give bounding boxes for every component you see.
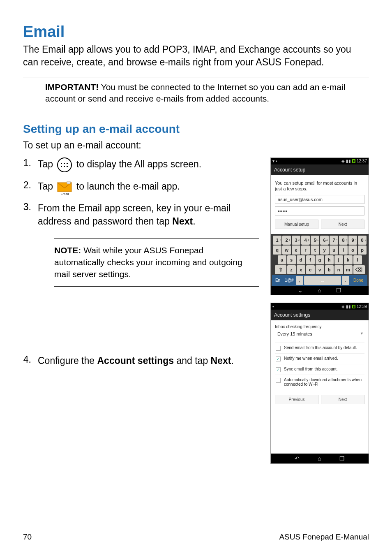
nav-bar: ⌄ ⌂ ❐	[271, 286, 369, 295]
email-icon-label: Email	[60, 192, 69, 196]
key-8[interactable]: 8(	[339, 236, 348, 245]
svg-rect-0	[61, 163, 62, 164]
shift-key[interactable]: ⇧	[275, 265, 286, 274]
svg-rect-7	[67, 181, 70, 184]
option-default-account[interactable]: Send email from this account by default.	[275, 343, 364, 353]
option-auto-download[interactable]: Automatically download attachments when …	[275, 375, 364, 389]
checkbox[interactable]	[276, 378, 281, 383]
svg-rect-5	[67, 166, 68, 167]
key-d[interactable]: d	[297, 255, 305, 264]
next-button[interactable]: Next	[321, 395, 364, 404]
recent-apps-icon[interactable]: ❐	[336, 287, 341, 294]
signal-icon: ▮▮	[346, 159, 351, 163]
step-2: 2. Tap Email to launch the e-mail app.	[23, 180, 259, 194]
status-bar: ▪ ◈ ▮▮ ▮ 12:39	[271, 303, 369, 310]
key-h[interactable]: h	[325, 255, 334, 264]
key-7[interactable]: 7*	[330, 236, 338, 245]
key-m[interactable]: m	[344, 265, 353, 274]
period-key[interactable]: .	[342, 276, 349, 285]
setup-description: You can setup email for most accounts in…	[275, 180, 364, 192]
key-a[interactable]: a	[278, 255, 286, 264]
next-button[interactable]: Next	[321, 220, 364, 229]
key-i[interactable]: i	[339, 245, 348, 255]
recent-apps-icon[interactable]: ❐	[339, 455, 345, 462]
key-u[interactable]: u	[330, 245, 338, 255]
symbols-key[interactable]: 1@#	[284, 276, 295, 285]
email-field[interactable]: asus_user@asus.com	[275, 195, 364, 204]
svg-rect-1	[64, 163, 65, 164]
home-icon[interactable]: ⌂	[318, 455, 321, 462]
password-field[interactable]: ••••••	[275, 206, 364, 215]
wifi-icon: ◈	[341, 304, 345, 309]
back-icon[interactable]: ↶	[295, 455, 300, 462]
step-bold: Next	[172, 216, 193, 227]
option-notify[interactable]: Notify me when email arrived.	[275, 353, 364, 364]
option-sync[interactable]: Sync email from this account.	[275, 364, 364, 375]
manual-setup-button[interactable]: Manual setup	[275, 220, 318, 229]
key-1[interactable]: 1!	[273, 236, 281, 245]
email-app-icon: Email	[57, 181, 72, 196]
previous-button[interactable]: Previous	[275, 395, 318, 404]
note-text: Wait while your ASUS Fonepad automatical…	[54, 245, 242, 279]
page-number: 70	[23, 533, 32, 542]
home-icon[interactable]: ⌂	[318, 287, 321, 294]
key-k[interactable]: k	[344, 255, 353, 264]
key-l[interactable]: l	[353, 255, 362, 264]
key-c[interactable]: c	[306, 265, 315, 274]
dropdown-value: Every 15 minutes	[277, 331, 312, 336]
key-4[interactable]: 4$	[301, 236, 310, 245]
hide-keyboard-icon[interactable]: ⌄	[298, 287, 303, 294]
lead-text: To set up an e-mail account:	[23, 140, 369, 151]
page-footer: 70 ASUS Fonepad E-Manual	[23, 529, 369, 542]
checkbox[interactable]	[276, 367, 281, 372]
key-j[interactable]: j	[334, 255, 343, 264]
key-x[interactable]: x	[297, 265, 305, 274]
svg-rect-3	[61, 166, 62, 167]
key-p[interactable]: p	[358, 245, 367, 255]
steps-list: 1. Tap to display the All apps screen. 2…	[23, 157, 259, 367]
key-y[interactable]: y	[320, 245, 329, 255]
key-e[interactable]: e	[292, 245, 300, 255]
key-6[interactable]: 6&	[320, 236, 329, 245]
step-text: .	[193, 216, 195, 227]
step-text: to launch the e-mail app.	[76, 181, 180, 192]
svg-rect-4	[64, 166, 65, 167]
wifi-icon: ◈	[341, 159, 345, 163]
step-text: Tap	[38, 181, 55, 192]
key-2[interactable]: 21	[282, 236, 291, 245]
done-key[interactable]: Done	[350, 276, 367, 285]
key-f[interactable]: f	[306, 255, 315, 264]
key-z[interactable]: z	[287, 265, 296, 274]
key-g[interactable]: g	[316, 255, 324, 264]
frequency-dropdown[interactable]: Every 15 minutes ▼	[275, 330, 364, 339]
status-time: 12:37	[357, 159, 367, 163]
space-key[interactable]: ⎵	[304, 276, 341, 285]
battery-icon: ▮	[352, 305, 355, 308]
key-0[interactable]: 0)	[358, 236, 367, 245]
lang-key[interactable]: En	[273, 276, 283, 285]
status-bar: ▾▪ ◈ ▮▮ ▮ 12:37	[271, 158, 369, 164]
step-text: .	[231, 355, 233, 366]
key-r[interactable]: r	[301, 245, 310, 255]
key-w[interactable]: w	[282, 245, 291, 255]
key-9[interactable]: 9)	[348, 236, 357, 245]
key-b[interactable]: b	[325, 265, 334, 274]
signal-icon: ▮▮	[346, 304, 351, 309]
backspace-key[interactable]: ⌫	[353, 265, 365, 274]
checkbox[interactable]	[276, 357, 281, 361]
key-s[interactable]: s	[287, 255, 296, 264]
nav-bar: ↶ ⌂ ❐	[271, 454, 369, 463]
key-3[interactable]: 3#	[292, 236, 300, 245]
key-5[interactable]: 5%	[311, 236, 319, 245]
key-q[interactable]: q	[273, 245, 281, 255]
key-v[interactable]: v	[316, 265, 324, 274]
key-t[interactable]: t	[311, 245, 319, 255]
on-screen-keyboard[interactable]: 1!213#4$5%6&7*8(9)0) qwertyuiop asdfghjk…	[271, 234, 369, 286]
comma-key[interactable]: ,	[296, 276, 303, 285]
notif-icon: ▾	[272, 159, 274, 163]
page-title: Email	[23, 23, 369, 41]
checkbox[interactable]	[276, 346, 281, 351]
key-o[interactable]: o	[348, 245, 357, 255]
screen-header: Account settings	[271, 310, 369, 320]
key-n[interactable]: n	[334, 265, 343, 274]
